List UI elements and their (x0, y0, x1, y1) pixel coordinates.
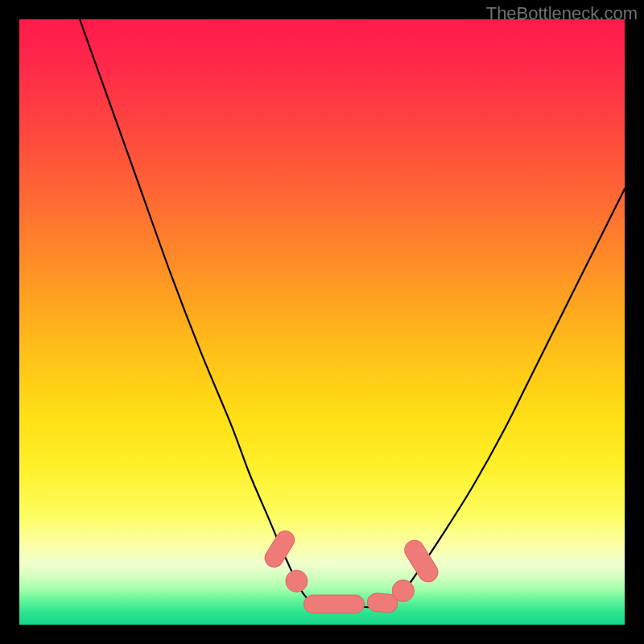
curve-markers (262, 527, 442, 613)
watermark-text: TheBottleneck.com (486, 3, 638, 24)
curve-marker (392, 580, 414, 601)
curve-layer (19, 19, 625, 625)
bottleneck-curve (19, 19, 625, 608)
curve-marker (262, 527, 298, 570)
plot-area (19, 19, 625, 625)
curve-marker (303, 595, 364, 613)
chart-stage: TheBottleneck.com (0, 0, 644, 644)
curve-marker (286, 570, 308, 592)
